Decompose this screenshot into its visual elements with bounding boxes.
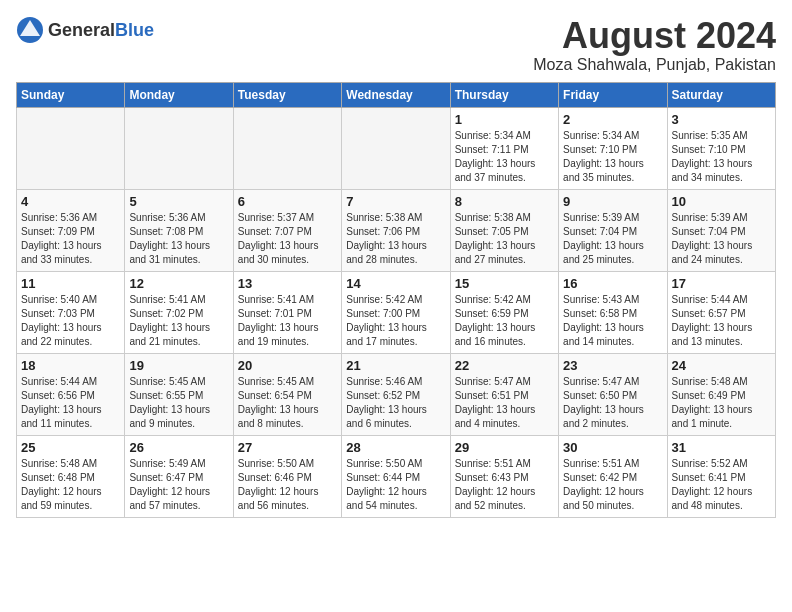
day-info: Sunrise: 5:50 AM Sunset: 6:44 PM Dayligh…	[346, 457, 445, 513]
day-number: 9	[563, 194, 662, 209]
day-info: Sunrise: 5:37 AM Sunset: 7:07 PM Dayligh…	[238, 211, 337, 267]
weekday-header-cell: Thursday	[450, 82, 558, 107]
logo-icon	[16, 16, 44, 44]
calendar-day-cell	[17, 107, 125, 189]
calendar-day-cell: 27Sunrise: 5:50 AM Sunset: 6:46 PM Dayli…	[233, 435, 341, 517]
day-info: Sunrise: 5:51 AM Sunset: 6:42 PM Dayligh…	[563, 457, 662, 513]
calendar-day-cell: 18Sunrise: 5:44 AM Sunset: 6:56 PM Dayli…	[17, 353, 125, 435]
calendar-day-cell: 11Sunrise: 5:40 AM Sunset: 7:03 PM Dayli…	[17, 271, 125, 353]
day-info: Sunrise: 5:45 AM Sunset: 6:55 PM Dayligh…	[129, 375, 228, 431]
calendar-week-row: 4Sunrise: 5:36 AM Sunset: 7:09 PM Daylig…	[17, 189, 776, 271]
day-info: Sunrise: 5:43 AM Sunset: 6:58 PM Dayligh…	[563, 293, 662, 349]
day-number: 4	[21, 194, 120, 209]
calendar-day-cell: 16Sunrise: 5:43 AM Sunset: 6:58 PM Dayli…	[559, 271, 667, 353]
day-number: 21	[346, 358, 445, 373]
day-info: Sunrise: 5:35 AM Sunset: 7:10 PM Dayligh…	[672, 129, 771, 185]
day-number: 17	[672, 276, 771, 291]
day-number: 20	[238, 358, 337, 373]
day-info: Sunrise: 5:39 AM Sunset: 7:04 PM Dayligh…	[672, 211, 771, 267]
day-info: Sunrise: 5:42 AM Sunset: 7:00 PM Dayligh…	[346, 293, 445, 349]
day-info: Sunrise: 5:40 AM Sunset: 7:03 PM Dayligh…	[21, 293, 120, 349]
calendar-day-cell: 5Sunrise: 5:36 AM Sunset: 7:08 PM Daylig…	[125, 189, 233, 271]
day-number: 3	[672, 112, 771, 127]
weekday-header-cell: Friday	[559, 82, 667, 107]
calendar-day-cell: 30Sunrise: 5:51 AM Sunset: 6:42 PM Dayli…	[559, 435, 667, 517]
day-number: 8	[455, 194, 554, 209]
weekday-header-cell: Tuesday	[233, 82, 341, 107]
day-number: 12	[129, 276, 228, 291]
day-info: Sunrise: 5:49 AM Sunset: 6:47 PM Dayligh…	[129, 457, 228, 513]
calendar-day-cell: 19Sunrise: 5:45 AM Sunset: 6:55 PM Dayli…	[125, 353, 233, 435]
day-number: 25	[21, 440, 120, 455]
calendar-day-cell: 9Sunrise: 5:39 AM Sunset: 7:04 PM Daylig…	[559, 189, 667, 271]
calendar-day-cell	[342, 107, 450, 189]
day-info: Sunrise: 5:34 AM Sunset: 7:11 PM Dayligh…	[455, 129, 554, 185]
calendar-day-cell	[125, 107, 233, 189]
day-number: 27	[238, 440, 337, 455]
day-number: 28	[346, 440, 445, 455]
calendar-day-cell: 12Sunrise: 5:41 AM Sunset: 7:02 PM Dayli…	[125, 271, 233, 353]
calendar-day-cell	[233, 107, 341, 189]
weekday-header-row: SundayMondayTuesdayWednesdayThursdayFrid…	[17, 82, 776, 107]
day-number: 26	[129, 440, 228, 455]
day-number: 23	[563, 358, 662, 373]
day-info: Sunrise: 5:41 AM Sunset: 7:02 PM Dayligh…	[129, 293, 228, 349]
page-header: GeneralBlue August 2024 Moza Shahwala, P…	[16, 16, 776, 74]
calendar-day-cell: 31Sunrise: 5:52 AM Sunset: 6:41 PM Dayli…	[667, 435, 775, 517]
day-info: Sunrise: 5:36 AM Sunset: 7:08 PM Dayligh…	[129, 211, 228, 267]
day-info: Sunrise: 5:38 AM Sunset: 7:06 PM Dayligh…	[346, 211, 445, 267]
day-number: 15	[455, 276, 554, 291]
day-info: Sunrise: 5:39 AM Sunset: 7:04 PM Dayligh…	[563, 211, 662, 267]
day-number: 5	[129, 194, 228, 209]
weekday-header-cell: Saturday	[667, 82, 775, 107]
calendar-day-cell: 23Sunrise: 5:47 AM Sunset: 6:50 PM Dayli…	[559, 353, 667, 435]
day-number: 6	[238, 194, 337, 209]
day-info: Sunrise: 5:44 AM Sunset: 6:56 PM Dayligh…	[21, 375, 120, 431]
day-info: Sunrise: 5:47 AM Sunset: 6:51 PM Dayligh…	[455, 375, 554, 431]
calendar-day-cell: 2Sunrise: 5:34 AM Sunset: 7:10 PM Daylig…	[559, 107, 667, 189]
day-info: Sunrise: 5:36 AM Sunset: 7:09 PM Dayligh…	[21, 211, 120, 267]
calendar-week-row: 25Sunrise: 5:48 AM Sunset: 6:48 PM Dayli…	[17, 435, 776, 517]
day-info: Sunrise: 5:50 AM Sunset: 6:46 PM Dayligh…	[238, 457, 337, 513]
day-info: Sunrise: 5:34 AM Sunset: 7:10 PM Dayligh…	[563, 129, 662, 185]
calendar-day-cell: 8Sunrise: 5:38 AM Sunset: 7:05 PM Daylig…	[450, 189, 558, 271]
calendar-day-cell: 20Sunrise: 5:45 AM Sunset: 6:54 PM Dayli…	[233, 353, 341, 435]
calendar-day-cell: 25Sunrise: 5:48 AM Sunset: 6:48 PM Dayli…	[17, 435, 125, 517]
day-number: 24	[672, 358, 771, 373]
day-info: Sunrise: 5:38 AM Sunset: 7:05 PM Dayligh…	[455, 211, 554, 267]
calendar-day-cell: 6Sunrise: 5:37 AM Sunset: 7:07 PM Daylig…	[233, 189, 341, 271]
calendar-week-row: 18Sunrise: 5:44 AM Sunset: 6:56 PM Dayli…	[17, 353, 776, 435]
calendar-day-cell: 14Sunrise: 5:42 AM Sunset: 7:00 PM Dayli…	[342, 271, 450, 353]
calendar-body: 1Sunrise: 5:34 AM Sunset: 7:11 PM Daylig…	[17, 107, 776, 517]
day-number: 13	[238, 276, 337, 291]
day-info: Sunrise: 5:48 AM Sunset: 6:49 PM Dayligh…	[672, 375, 771, 431]
calendar-day-cell: 13Sunrise: 5:41 AM Sunset: 7:01 PM Dayli…	[233, 271, 341, 353]
day-number: 18	[21, 358, 120, 373]
day-number: 7	[346, 194, 445, 209]
page-subtitle: Moza Shahwala, Punjab, Pakistan	[533, 56, 776, 74]
day-info: Sunrise: 5:46 AM Sunset: 6:52 PM Dayligh…	[346, 375, 445, 431]
day-number: 22	[455, 358, 554, 373]
day-number: 10	[672, 194, 771, 209]
day-info: Sunrise: 5:42 AM Sunset: 6:59 PM Dayligh…	[455, 293, 554, 349]
day-number: 31	[672, 440, 771, 455]
day-info: Sunrise: 5:45 AM Sunset: 6:54 PM Dayligh…	[238, 375, 337, 431]
calendar-day-cell: 17Sunrise: 5:44 AM Sunset: 6:57 PM Dayli…	[667, 271, 775, 353]
day-number: 1	[455, 112, 554, 127]
day-info: Sunrise: 5:47 AM Sunset: 6:50 PM Dayligh…	[563, 375, 662, 431]
day-number: 16	[563, 276, 662, 291]
title-block: August 2024 Moza Shahwala, Punjab, Pakis…	[533, 16, 776, 74]
calendar-day-cell: 26Sunrise: 5:49 AM Sunset: 6:47 PM Dayli…	[125, 435, 233, 517]
calendar-table: SundayMondayTuesdayWednesdayThursdayFrid…	[16, 82, 776, 518]
calendar-day-cell: 1Sunrise: 5:34 AM Sunset: 7:11 PM Daylig…	[450, 107, 558, 189]
calendar-day-cell: 7Sunrise: 5:38 AM Sunset: 7:06 PM Daylig…	[342, 189, 450, 271]
calendar-day-cell: 24Sunrise: 5:48 AM Sunset: 6:49 PM Dayli…	[667, 353, 775, 435]
calendar-day-cell: 4Sunrise: 5:36 AM Sunset: 7:09 PM Daylig…	[17, 189, 125, 271]
page-title: August 2024	[533, 16, 776, 56]
calendar-day-cell: 10Sunrise: 5:39 AM Sunset: 7:04 PM Dayli…	[667, 189, 775, 271]
logo: GeneralBlue	[16, 16, 154, 44]
calendar-day-cell: 22Sunrise: 5:47 AM Sunset: 6:51 PM Dayli…	[450, 353, 558, 435]
calendar-day-cell: 3Sunrise: 5:35 AM Sunset: 7:10 PM Daylig…	[667, 107, 775, 189]
day-number: 2	[563, 112, 662, 127]
day-number: 19	[129, 358, 228, 373]
